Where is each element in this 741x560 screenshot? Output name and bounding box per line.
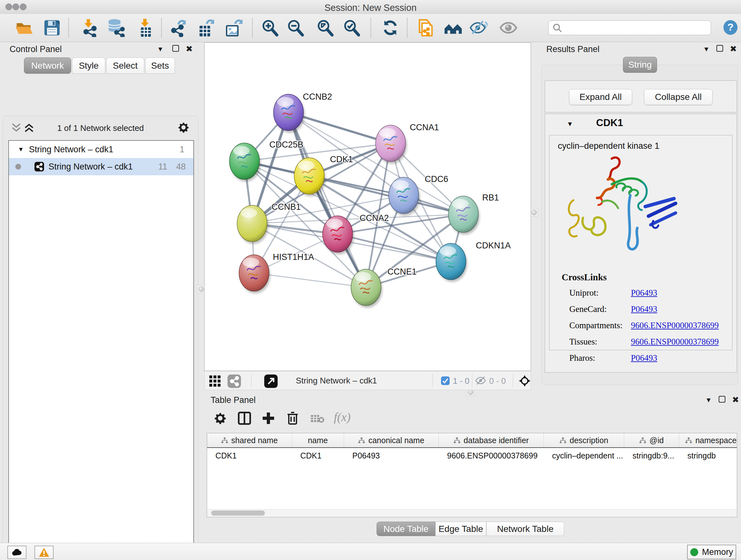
show-grid-icon[interactable] — [209, 375, 221, 387]
column-header-namespace[interactable]: namespace — [679, 433, 737, 447]
network-node-CCNA1[interactable] — [376, 125, 407, 164]
export-image-icon[interactable] — [225, 18, 243, 37]
save-session-icon[interactable] — [43, 18, 61, 37]
network-node-CDC6[interactable] — [389, 177, 420, 216]
zoom-out-icon[interactable] — [286, 18, 305, 37]
table-horizontal-scrollbar[interactable] — [207, 509, 737, 516]
table-options-gear-icon[interactable] — [213, 411, 227, 425]
network-node-CCNA2[interactable] — [323, 216, 354, 254]
table-row[interactable]: CDK1CDK1P064939606.ENSP00000378699cyclin… — [207, 448, 737, 463]
control-panel-close-icon[interactable]: ✖ — [186, 45, 193, 53]
warning-icon — [39, 548, 50, 557]
first-neighbors-icon[interactable] — [444, 18, 462, 37]
network-node-RB1[interactable] — [448, 196, 480, 235]
main-toolbar: ? — [0, 14, 741, 42]
cdk1-section-expander-icon[interactable]: ▼ — [567, 120, 573, 128]
function-builder-icon[interactable]: f(x) — [334, 410, 351, 424]
birds-eye-view-icon[interactable] — [519, 375, 531, 387]
collection-expander-icon[interactable]: ▼ — [18, 146, 24, 153]
tab-string[interactable]: String — [623, 57, 657, 73]
zoom-selected-icon[interactable] — [343, 18, 361, 37]
network-node-CCNE1[interactable] — [351, 269, 382, 308]
network-collection-row[interactable]: ▼ String Network – cdk1 1 — [9, 141, 193, 158]
export-table-icon[interactable] — [197, 18, 215, 37]
control-panel-float-icon[interactable] — [172, 45, 179, 52]
search-input[interactable] — [565, 21, 707, 34]
column-header-canonical-name[interactable]: canonical name — [344, 433, 439, 447]
collapse-all-button[interactable]: Collapse All — [644, 89, 713, 105]
refresh-icon[interactable] — [381, 18, 400, 37]
crosslink-value-link[interactable]: 9606.ENSP00000378699 — [631, 337, 719, 347]
crosslink-value-link[interactable]: P06493 — [631, 304, 657, 314]
cloud-button[interactable] — [7, 546, 26, 559]
network-canvas[interactable]: CCNB2CCNA1CDC25BCDK1CDC6RB1CCNB1CCNA2CDK… — [204, 43, 531, 371]
network-row[interactable]: String Network – cdk1 11 48 — [9, 158, 193, 175]
network-node-CCNB1[interactable] — [237, 205, 268, 244]
import-table-icon[interactable] — [136, 18, 154, 37]
results-panel-close-icon[interactable]: ✖ — [730, 45, 737, 53]
add-column-icon[interactable] — [261, 411, 275, 425]
control-panel-collapse-icon[interactable]: ▼ — [157, 46, 164, 52]
toolbar-separator — [407, 18, 408, 37]
memory-button[interactable]: Memory — [687, 545, 736, 559]
crosslink-value-link[interactable]: 9606.ENSP00000378699 — [631, 320, 719, 330]
table-cell[interactable]: cyclin–dependent ... — [544, 451, 624, 460]
table-cell[interactable]: CDK1 — [207, 451, 292, 460]
selected-checkbox-icon[interactable] — [441, 376, 450, 385]
crosslink-value-link[interactable]: P06493 — [631, 288, 657, 298]
delete-column-icon[interactable] — [286, 411, 300, 425]
network-edge[interactable] — [254, 273, 366, 287]
clone-network-icon[interactable] — [417, 18, 435, 37]
table-cell[interactable]: P06493 — [344, 451, 439, 460]
table-panel-close-icon[interactable]: ✖ — [732, 395, 739, 404]
control-panel: Control Panel ▼ ✖ Network Style Select S… — [0, 43, 202, 534]
show-hidden-icon[interactable] — [499, 18, 518, 37]
expand-all-button[interactable]: Expand All — [569, 89, 632, 105]
table-panel-collapse-icon[interactable]: ▼ — [705, 396, 712, 403]
open-session-icon[interactable] — [15, 18, 33, 37]
results-panel-collapse-icon[interactable]: ▼ — [703, 46, 710, 52]
hide-selected-icon[interactable] — [469, 18, 488, 37]
tab-style[interactable]: Style — [72, 57, 105, 74]
table-cell[interactable]: stringdb — [679, 451, 737, 460]
tab-sets[interactable]: Sets — [145, 57, 175, 74]
network-options-gear-icon[interactable] — [177, 121, 190, 134]
search-field[interactable] — [548, 20, 711, 35]
crosslink-value-link[interactable]: P06493 — [631, 353, 657, 363]
open-view-icon[interactable] — [264, 374, 278, 388]
warnings-button[interactable] — [35, 546, 54, 559]
network-node-CCNB2[interactable] — [273, 94, 305, 133]
help-button[interactable]: ? — [723, 20, 738, 35]
table-panel-float-icon[interactable] — [719, 396, 725, 402]
network-node-CDK1[interactable] — [294, 158, 326, 196]
tab-network[interactable]: Network — [24, 57, 71, 74]
table-cell[interactable]: 9606.ENSP00000378699 — [439, 451, 544, 460]
column-header-shared-name[interactable]: shared name — [207, 433, 292, 447]
network-badge-icon[interactable] — [227, 374, 241, 388]
table-cell[interactable]: CDK1 — [292, 451, 344, 460]
zoom-fit-icon[interactable] — [316, 18, 335, 37]
network-node-CDKN1A[interactable] — [436, 243, 467, 282]
network-node-HIST1H1A[interactable] — [239, 255, 270, 294]
column-header-name[interactable]: name — [292, 433, 344, 447]
hidden-eye-icon[interactable] — [475, 376, 486, 385]
show-columns-icon[interactable] — [238, 411, 252, 425]
tab-network-table[interactable]: Network Table — [486, 522, 564, 536]
tab-select[interactable]: Select — [106, 57, 144, 74]
zoom-in-icon[interactable] — [261, 18, 280, 37]
delete-table-icon[interactable] — [311, 414, 325, 423]
import-network-icon[interactable] — [79, 18, 98, 37]
protein-description: cyclin–dependent kinase 1 — [558, 141, 659, 151]
results-panel-float-icon[interactable] — [717, 45, 723, 52]
export-network-icon[interactable] — [169, 18, 188, 37]
import-network-from-database-icon[interactable] — [107, 18, 125, 37]
tab-edge-table[interactable]: Edge Table — [435, 522, 486, 536]
column-header--id[interactable]: @id — [624, 433, 679, 447]
column-header-database-identifier[interactable]: database identifier — [439, 433, 544, 447]
crosslinks-heading: CrossLinks — [562, 272, 607, 283]
title-bar: Session: New Session — [0, 0, 741, 14]
column-header-description[interactable]: description — [544, 433, 624, 447]
tab-node-table[interactable]: Node Table — [377, 522, 435, 536]
table-cell[interactable]: stringdb:9... — [624, 451, 679, 460]
scrollbar-thumb[interactable] — [211, 510, 265, 516]
